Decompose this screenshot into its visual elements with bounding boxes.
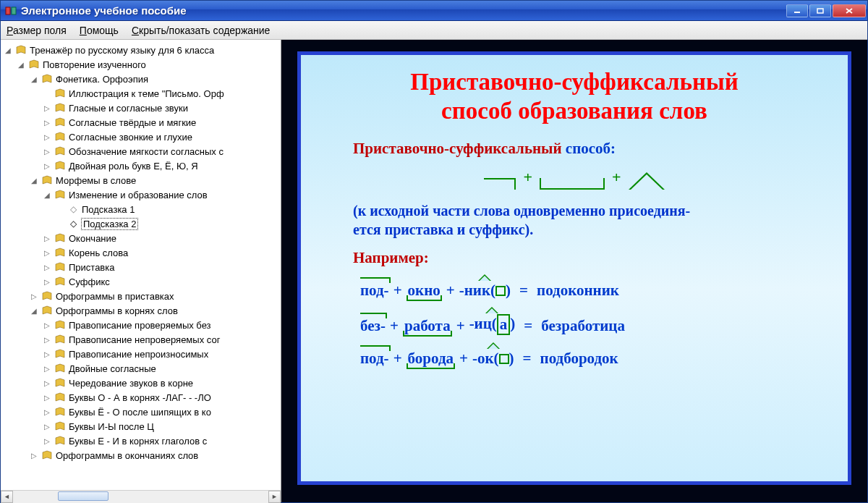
slide-explanation: (к исходной части слова одновременно при… xyxy=(353,201,822,239)
tree-item[interactable]: ▷Суффикс xyxy=(4,274,281,289)
expand-icon[interactable]: ▷ xyxy=(43,321,51,329)
suffix-symbol xyxy=(629,171,665,190)
book-icon xyxy=(41,290,53,302)
tree-item[interactable]: ◢Морфемы в слове xyxy=(4,173,281,187)
book-icon xyxy=(54,334,66,345)
book-icon xyxy=(54,435,66,447)
tree-item[interactable]: ◇Подсказка 1 xyxy=(4,202,281,216)
maximize-button[interactable] xyxy=(809,4,831,17)
minimize-button[interactable] xyxy=(786,4,808,17)
tree-item[interactable]: ▷Согласные твёрдые и мягкие xyxy=(4,115,281,130)
book-icon xyxy=(54,420,66,432)
tree-item[interactable]: ▷Приставка xyxy=(4,260,281,274)
book-icon xyxy=(41,449,53,461)
book-icon xyxy=(54,232,66,244)
toc-tree[interactable]: ◢Тренажёр по русскому языку для 6 класса… xyxy=(1,40,281,490)
book-icon xyxy=(54,276,66,287)
close-button[interactable] xyxy=(833,4,866,17)
expand-icon[interactable]: ▷ xyxy=(30,451,38,460)
expand-icon[interactable]: ▷ xyxy=(43,335,51,344)
page-icon: ◇ xyxy=(67,203,79,215)
menu-toggle-toc[interactable]: Скрыть/показать содержание xyxy=(132,25,270,36)
tree-item[interactable]: ▷Буквы И-Ы после Ц xyxy=(4,419,281,434)
tree-item[interactable]: ▷Правописание непроизносимых xyxy=(4,347,281,361)
expand-icon[interactable]: ▷ xyxy=(43,147,51,156)
collapse-icon[interactable]: ◢ xyxy=(30,306,38,315)
collapse-icon[interactable]: ◢ xyxy=(30,176,38,185)
tree-item[interactable]: ▷Буквы Ё - О после шипящих в ко xyxy=(4,405,281,419)
scroll-thumb[interactable] xyxy=(58,491,109,501)
book-icon xyxy=(54,348,66,360)
expand-icon[interactable]: ▷ xyxy=(43,407,51,416)
tree-item-selected[interactable]: ◇Подсказка 2 xyxy=(4,216,281,231)
expand-icon[interactable]: ▷ xyxy=(43,263,51,271)
client-area: ◢Тренажёр по русскому языку для 6 класса… xyxy=(1,40,867,502)
tree-item[interactable]: ◢Повторение изученного xyxy=(4,57,281,72)
tree-item[interactable]: ▷Чередование звуков в корне xyxy=(4,376,281,390)
morpheme-scheme: + + xyxy=(327,165,822,190)
scroll-right-button[interactable]: ► xyxy=(268,491,281,503)
tree-item[interactable]: ◢Изменение и образование слов xyxy=(4,187,281,202)
example-row: без-+ работа+ -иц(а) =безработица xyxy=(360,307,822,335)
root-symbol xyxy=(540,178,605,190)
book-icon xyxy=(54,131,66,143)
svg-rect-0 xyxy=(6,7,10,14)
expand-icon[interactable]: ▷ xyxy=(43,248,51,257)
expand-icon[interactable]: ▷ xyxy=(43,277,51,286)
tree-item[interactable]: Иллюстрация к теме "Письмо. Орф xyxy=(4,86,281,101)
prefix-symbol xyxy=(484,178,516,190)
book-icon xyxy=(54,88,66,99)
titlebar[interactable]: Электронное учебное пособие xyxy=(1,1,867,21)
tree-item[interactable]: ▷Гласные и согласные звуки xyxy=(4,101,281,115)
tree-item[interactable]: ◢Фонетика. Орфоэпия xyxy=(4,72,281,86)
tree-item[interactable]: ▷Двойные согласные xyxy=(4,361,281,376)
collapse-icon[interactable]: ◢ xyxy=(30,75,38,83)
horizontal-scrollbar[interactable]: ◄ ► xyxy=(1,490,281,502)
book-icon xyxy=(54,377,66,389)
slide-subheading: Приставочно-суффиксальный способ: xyxy=(353,140,822,158)
toc-panel: ◢Тренажёр по русскому языку для 6 класса… xyxy=(1,40,281,502)
book-icon xyxy=(54,247,66,258)
expand-icon[interactable]: ▷ xyxy=(43,118,51,127)
expand-icon[interactable]: ▷ xyxy=(30,292,38,300)
expand-icon[interactable]: ▷ xyxy=(43,234,51,242)
menu-help[interactable]: Помощь xyxy=(80,25,119,36)
book-icon xyxy=(15,44,27,56)
book-icon xyxy=(41,73,53,85)
collapse-icon[interactable]: ◢ xyxy=(4,46,12,54)
menubar: Размер поля Помощь Скрыть/показать содер… xyxy=(1,21,867,40)
book-icon xyxy=(28,59,40,70)
expand-icon[interactable]: ▷ xyxy=(43,364,51,373)
expand-icon[interactable]: ▷ xyxy=(43,161,51,170)
tree-item[interactable]: ▷Правописание непроверяемых сог xyxy=(4,332,281,347)
expand-icon[interactable]: ▷ xyxy=(43,422,51,431)
menu-field-size[interactable]: Размер поля xyxy=(7,25,67,36)
window-title: Электронное учебное пособие xyxy=(21,4,786,17)
expand-icon[interactable]: ▷ xyxy=(43,379,51,387)
tree-item[interactable]: ▷Согласные звонкие и глухие xyxy=(4,130,281,144)
expand-icon[interactable]: ▷ xyxy=(43,436,51,445)
tree-item[interactable]: ▷Правописание проверяемых без xyxy=(4,318,281,332)
expand-icon[interactable]: ▷ xyxy=(43,132,51,141)
scroll-left-button[interactable]: ◄ xyxy=(1,491,13,503)
tree-item[interactable]: ◢Орфограммы в корнях слов xyxy=(4,303,281,318)
collapse-icon[interactable]: ◢ xyxy=(17,60,25,69)
expand-icon[interactable]: ▷ xyxy=(43,350,51,358)
collapse-icon[interactable]: ◢ xyxy=(43,190,51,199)
book-icon xyxy=(54,406,66,418)
examples: под-+ окно+ -ник() =подоконник без-+ раб… xyxy=(360,274,822,368)
app-icon xyxy=(5,5,17,17)
tree-item[interactable]: ▷Орфограммы в приставках xyxy=(4,289,281,303)
tree-item[interactable]: ▷Обозначение мягкости согласных с xyxy=(4,144,281,158)
expand-icon[interactable]: ▷ xyxy=(43,103,51,112)
scroll-track[interactable] xyxy=(13,491,268,503)
tree-item[interactable]: ▷Орфограммы в окончаниях слов xyxy=(4,448,281,462)
expand-icon[interactable]: ▷ xyxy=(43,393,51,402)
book-icon xyxy=(54,117,66,128)
tree-item[interactable]: ▷Корень слова xyxy=(4,245,281,260)
tree-item[interactable]: ▷Двойная роль букв Е, Ё, Ю, Я xyxy=(4,158,281,173)
tree-item[interactable]: ▷Буквы Е - И в корнях глаголов с xyxy=(4,434,281,448)
tree-item[interactable]: ◢Тренажёр по русскому языку для 6 класса xyxy=(4,43,281,57)
tree-item[interactable]: ▷Буквы О - А в корнях -ЛАГ- - -ЛО xyxy=(4,390,281,405)
tree-item[interactable]: ▷Окончание xyxy=(4,231,281,245)
